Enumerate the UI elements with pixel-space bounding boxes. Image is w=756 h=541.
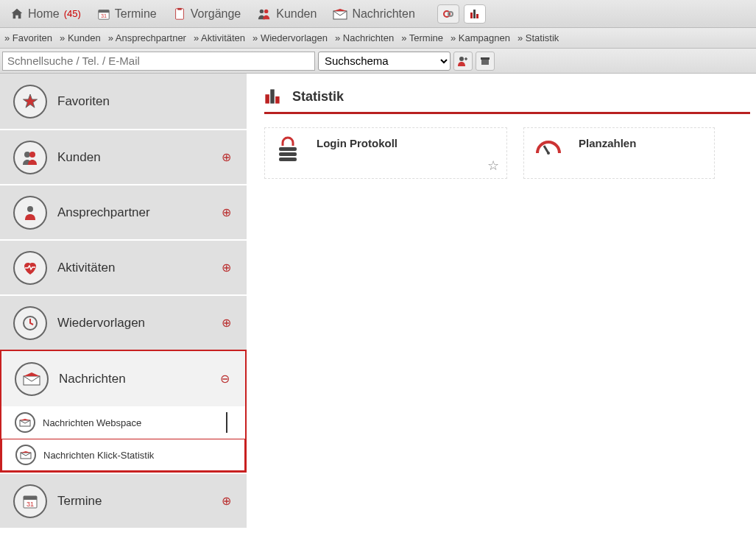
page-title: Statistik — [292, 89, 344, 105]
svg-point-18 — [27, 206, 33, 212]
mail-icon — [333, 8, 347, 20]
svg-rect-29 — [279, 147, 297, 151]
svg-point-16 — [24, 152, 30, 158]
expand-kunden[interactable]: ⊕ — [222, 150, 233, 164]
svg-point-5 — [260, 9, 264, 13]
sidebar: Favoriten Kunden ⊕ Ansprechpartner ⊕ Akt… — [0, 74, 247, 528]
settings-button[interactable] — [437, 4, 459, 24]
expand-termine[interactable]: ⊕ — [222, 494, 233, 508]
svg-point-32 — [547, 152, 550, 155]
chart-icon — [469, 8, 481, 20]
sidebar-item-aktivitaeten[interactable]: Aktivitäten ⊕ — [0, 239, 247, 294]
bc-termine[interactable]: » Termine — [401, 32, 443, 43]
sidebar-label-termine: Termine — [57, 494, 222, 509]
sidebar-label-favoriten: Favoriten — [57, 94, 222, 109]
mail-icon — [15, 412, 35, 433]
archive-icon — [479, 55, 491, 67]
person-plus-icon — [457, 55, 469, 67]
heart-icon — [13, 251, 47, 285]
bc-aktivitaeten[interactable]: » Aktivitäten — [194, 32, 245, 43]
svg-text:31: 31 — [27, 501, 34, 508]
gauge-icon — [534, 135, 562, 156]
bc-kunden[interactable]: » Kunden — [60, 32, 101, 43]
tile-planzahlen[interactable]: Planzahlen — [523, 127, 715, 179]
bc-statistik[interactable]: » Statistik — [517, 32, 559, 43]
mail-icon — [15, 362, 49, 396]
gear-icon — [442, 8, 454, 20]
sidebar-item-ansprechpartner[interactable]: Ansprechpartner ⊕ — [0, 184, 247, 239]
svg-rect-3 — [175, 8, 183, 18]
expand-aktivitaeten[interactable]: ⊕ — [222, 261, 233, 275]
sidebar-label-wiedervorlagen: Wiedervorlagen — [57, 316, 222, 330]
stats-button[interactable] — [464, 4, 486, 24]
sidebar-sub-webspace[interactable]: Nachrichten Webspace — [1, 406, 245, 439]
svg-rect-4 — [177, 7, 181, 10]
sidebar-item-kunden[interactable]: Kunden ⊕ — [0, 129, 247, 184]
sidebar-label-nachrichten: Nachrichten — [59, 372, 220, 386]
svg-rect-11 — [473, 10, 476, 18]
svg-rect-27 — [270, 89, 275, 103]
nav-vorgaenge[interactable]: Vorgänge — [167, 4, 247, 24]
chart-icon — [264, 88, 280, 105]
tile-login-protokoll[interactable]: Login Protokoll ☆ — [264, 127, 507, 179]
breadcrumb-bar: » Favoriten » Kunden » Ansprechpartner »… — [0, 28, 756, 49]
schema-select[interactable]: Suchschema — [318, 52, 451, 71]
nav-home[interactable]: Home (45) — [4, 4, 87, 24]
sidebar-sub-klickstatistik-label: Nachrichten Klick-Statistik — [43, 450, 154, 461]
nav-nachrichten[interactable]: Nachrichten — [327, 4, 420, 24]
search-bar: Suchschema — [0, 49, 756, 74]
nav-termine[interactable]: 31 Termine — [91, 4, 163, 24]
tile-login-label: Login Protokoll — [317, 137, 398, 149]
svg-rect-31 — [279, 158, 297, 161]
archive-button[interactable] — [476, 52, 495, 71]
tile-planzahlen-label: Planzahlen — [579, 137, 636, 149]
sidebar-sub-webspace-label: Nachrichten Webspace — [43, 417, 141, 428]
clock-icon — [13, 306, 47, 340]
sidebar-item-wiedervorlagen[interactable]: Wiedervorlagen ⊕ — [0, 294, 247, 350]
bc-favoriten[interactable]: » Favoriten — [4, 32, 52, 43]
sidebar-item-nachrichten[interactable]: Nachrichten ⊖ — [1, 351, 245, 406]
svg-point-6 — [264, 9, 268, 13]
bc-kampagnen[interactable]: » Kampagnen — [451, 32, 510, 43]
expand-ansprechpartner[interactable]: ⊕ — [222, 205, 233, 219]
add-contact-button[interactable] — [453, 52, 473, 71]
clipboard-icon — [173, 7, 186, 21]
calendar-icon: 31 — [13, 484, 47, 518]
svg-rect-26 — [265, 94, 269, 103]
nav-nachrichten-label: Nachrichten — [352, 7, 414, 21]
sidebar-item-favoriten[interactable]: Favoriten — [0, 74, 247, 129]
svg-rect-12 — [476, 14, 478, 18]
lock-icon — [275, 135, 300, 163]
svg-point-13 — [459, 57, 464, 61]
page-header: Statistik — [264, 88, 750, 114]
svg-text:31: 31 — [101, 13, 107, 19]
calendar-icon: 31 — [97, 7, 110, 21]
bc-ansprechpartner[interactable]: » Ansprechpartner — [108, 32, 186, 43]
sidebar-label-aktivitaeten: Aktivitäten — [57, 261, 222, 275]
nav-home-count: (45) — [64, 8, 81, 19]
nav-termine-label: Termine — [115, 7, 157, 21]
people-icon — [13, 141, 47, 174]
sidebar-label-ansprechpartner: Ansprechpartner — [57, 205, 222, 220]
main-area: Favoriten Kunden ⊕ Ansprechpartner ⊕ Akt… — [0, 74, 756, 528]
tile-grid: Login Protokoll ☆ Planzahlen — [264, 127, 750, 179]
sidebar-label-kunden: Kunden — [57, 150, 222, 165]
bc-wiedervorlagen[interactable]: » Wiedervorlagen — [252, 32, 328, 43]
person-icon — [13, 196, 47, 230]
sidebar-item-termine[interactable]: 31 Termine ⊕ — [0, 473, 247, 528]
favorite-star-icon[interactable]: ☆ — [487, 158, 499, 174]
expand-wiedervorlagen[interactable]: ⊕ — [222, 316, 233, 330]
star-icon — [13, 85, 47, 119]
collapse-nachrichten[interactable]: ⊖ — [220, 372, 232, 386]
nav-kunden-label: Kunden — [276, 7, 317, 21]
people-icon — [257, 7, 272, 21]
nav-kunden[interactable]: Kunden — [251, 4, 322, 24]
home-icon — [10, 7, 24, 21]
bc-nachrichten[interactable]: » Nachrichten — [335, 32, 394, 43]
search-input[interactable] — [2, 52, 315, 71]
mail-icon — [15, 445, 36, 465]
sidebar-sub-klickstatistik[interactable]: Nachrichten Klick-Statistik — [1, 439, 245, 471]
svg-rect-15 — [481, 60, 489, 65]
nav-vorgaenge-label: Vorgänge — [191, 7, 241, 21]
sidebar-group-nachrichten: Nachrichten ⊖ Nachrichten Webspace Nachr… — [0, 350, 247, 473]
